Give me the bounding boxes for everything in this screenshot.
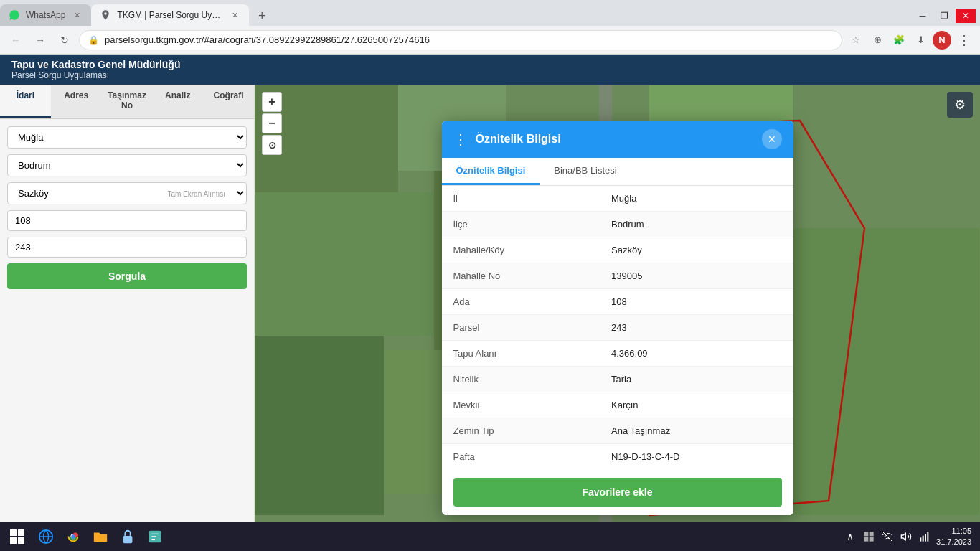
sidebar-content: Muğla Bodrum Sazköy Tam Ekran Alıntısı S…: [0, 119, 254, 526]
tab-whatsapp-title: WhatsApp: [26, 10, 65, 20]
app-header: Tapu ve Kadastro Genel Müdürlüğü Parsel …: [0, 55, 980, 85]
save-icon[interactable]: ⬇: [911, 31, 930, 50]
info-table: İlMuğlaİlçeBodrumMahalle/KöySazköyMahall…: [442, 186, 793, 469]
refresh-button[interactable]: ↻: [55, 30, 75, 50]
ada-input[interactable]: [7, 210, 247, 231]
address-bar[interactable]: 🔒 parselsorgu.tkgm.gov.tr/#ara/cografi/3…: [79, 30, 842, 50]
svg-rect-30: [927, 532, 928, 541]
tray-signal-icon[interactable]: [918, 529, 932, 544]
modal-title: Öznitelik Bilgisi: [476, 133, 561, 146]
extension-icon[interactable]: ⊕: [868, 31, 887, 50]
svg-rect-27: [920, 537, 921, 541]
start-button[interactable]: [3, 525, 32, 548]
parsel-input[interactable]: [7, 237, 247, 258]
sidebar-tab-cografi[interactable]: Coğrafi: [203, 85, 254, 118]
minimize-button[interactable]: ─: [913, 9, 933, 23]
field-label: İlçe: [442, 212, 600, 237]
table-row: Mahalle No139005: [442, 263, 793, 289]
field-label: Pafta: [442, 444, 600, 470]
modal-tab-bina[interactable]: Bina/BB Listesi: [540, 158, 631, 185]
field-label: İl: [442, 186, 600, 212]
sidebar-tabs: İdari Adres Taşınmaz No Analiz Coğrafi: [0, 85, 254, 119]
il-select[interactable]: Muğla: [7, 126, 247, 149]
tab-whatsapp[interactable]: WhatsApp ✕: [0, 4, 91, 26]
field-value: Karçın: [600, 392, 793, 418]
modal-close-button[interactable]: ✕: [762, 129, 782, 149]
table-row: Mahalle/KöySazköy: [442, 237, 793, 263]
tab-tkgm[interactable]: TKGM | Parsel Sorgu Uygulaması ✕: [91, 4, 249, 26]
taskbar-time: 11:05: [936, 526, 971, 537]
map-area[interactable]: emlakjet.com + − ⊙ ⚙ Google ⋮ Öznitelik: [255, 85, 980, 551]
svg-rect-14: [10, 537, 17, 544]
restore-button[interactable]: ❐: [934, 9, 954, 23]
field-value: Bodrum: [600, 212, 793, 237]
taskbar: ∧ 11:05 31.7.2023: [0, 522, 980, 551]
new-tab-button[interactable]: +: [252, 6, 272, 26]
browser-menu-button[interactable]: ⋮: [954, 30, 974, 50]
modal-header: ⋮ Öznitelik Bilgisi ✕: [442, 121, 793, 158]
sidebar-tab-tasinmaz[interactable]: Taşınmaz No: [102, 85, 153, 118]
tab-tkgm-title: TKGM | Parsel Sorgu Uygulaması: [117, 10, 223, 20]
tray-icon-1[interactable]: [862, 529, 876, 544]
ilce-select[interactable]: Bodrum: [7, 154, 247, 176]
field-value: 108: [600, 289, 793, 315]
taskbar-app5-icon[interactable]: [142, 525, 168, 548]
table-row: İlçeBodrum: [442, 212, 793, 237]
tray-arrow-icon[interactable]: ∧: [843, 529, 857, 544]
field-value: Muğla: [600, 186, 793, 212]
close-button[interactable]: ✕: [956, 9, 976, 23]
tray-volume-icon[interactable]: [899, 529, 913, 544]
forward-button[interactable]: →: [30, 30, 50, 50]
svg-rect-20: [123, 536, 133, 543]
lock-icon: 🔒: [88, 35, 99, 45]
modal-dialog: ⋮ Öznitelik Bilgisi ✕ Öznitelik Bilgisi …: [442, 121, 793, 515]
modal-body: İlMuğlaİlçeBodrumMahalle/KöySazköyMahall…: [442, 186, 793, 469]
field-value: Sazköy: [600, 237, 793, 263]
taskbar-ie-icon[interactable]: [33, 525, 59, 548]
table-row: MevkiiKarçın: [442, 392, 793, 418]
sidebar-tab-idari[interactable]: İdari: [0, 85, 51, 118]
svg-rect-13: [18, 529, 24, 536]
tab-whatsapp-close[interactable]: ✕: [71, 9, 83, 21]
sorgu-button[interactable]: Sorgula: [7, 263, 247, 289]
table-row: Parsel243: [442, 315, 793, 341]
profile-avatar[interactable]: N: [933, 31, 951, 50]
add-fav-button[interactable]: Favorilere ekle: [453, 478, 782, 507]
svg-point-19: [71, 534, 75, 539]
table-row: İlMuğla: [442, 186, 793, 212]
modal-options-icon[interactable]: ⋮: [453, 131, 468, 148]
address-text: parselsorgu.tkgm.gov.tr/#ara/cografi/37.…: [105, 34, 833, 45]
sidebar-tab-analiz[interactable]: Analiz: [152, 85, 203, 118]
svg-rect-12: [10, 529, 17, 536]
table-row: PaftaN19-D-13-C-4-D: [442, 444, 793, 470]
modal-tab-oznitelik[interactable]: Öznitelik Bilgisi: [442, 158, 540, 185]
modal-overlay: ⋮ Öznitelik Bilgisi ✕ Öznitelik Bilgisi …: [255, 85, 980, 551]
field-label: Parsel: [442, 315, 600, 341]
svg-rect-23: [870, 532, 874, 536]
svg-rect-15: [18, 537, 24, 544]
sidebar: İdari Adres Taşınmaz No Analiz Coğrafi M…: [0, 85, 255, 551]
field-label: Mahalle No: [442, 263, 600, 289]
taskbar-files-icon[interactable]: [88, 525, 113, 548]
sidebar-tab-adres[interactable]: Adres: [51, 85, 102, 118]
app-header-subtitle: Parsel Sorgu Uygulaması: [11, 70, 969, 80]
taskbar-date: 31.7.2023: [936, 537, 971, 547]
whatsapp-icon: [9, 9, 20, 21]
modal-tabs: Öznitelik Bilgisi Bina/BB Listesi: [442, 158, 793, 186]
table-row: Ada108: [442, 289, 793, 315]
field-label: Nitelik: [442, 367, 600, 392]
taskbar-chrome-icon[interactable]: [60, 525, 86, 548]
field-label: Mahalle/Köy: [442, 237, 600, 263]
field-label: Zemin Tip: [442, 418, 600, 444]
bookmark-star-icon[interactable]: ☆: [847, 31, 865, 50]
tray-network-icon[interactable]: [880, 529, 895, 544]
field-value: 139005: [600, 263, 793, 289]
back-button[interactable]: ←: [6, 30, 26, 50]
puzzle-icon[interactable]: 🧩: [890, 31, 908, 50]
mahalle-select[interactable]: Sazköy: [7, 182, 247, 204]
taskbar-lock-icon[interactable]: [115, 525, 141, 548]
table-row: Tapu Alanı4.366,09: [442, 341, 793, 367]
field-label: Ada: [442, 289, 600, 315]
svg-rect-24: [864, 537, 868, 542]
tab-tkgm-close[interactable]: ✕: [229, 9, 240, 21]
